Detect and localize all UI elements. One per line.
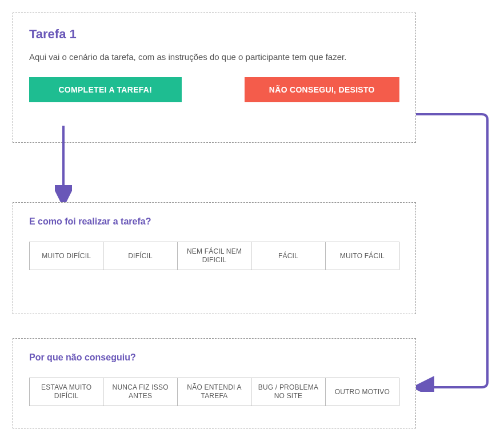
reason-panel: Por que não conseguiu? ESTAVA MUITO DIFÍ… xyxy=(13,338,416,428)
reason-option[interactable]: NÃO ENTENDI A TAREFA xyxy=(178,378,251,406)
reason-question: Por que não conseguiu? xyxy=(29,352,399,363)
arrow-giveup-to-reason xyxy=(416,112,496,392)
difficulty-option[interactable]: DIFÍCIL xyxy=(103,242,177,270)
difficulty-options: MUITO DIFÍCIL DIFÍCIL NEM FÁCIL NEM DIFI… xyxy=(29,242,399,270)
giveup-button[interactable]: NÃO CONSEGUI, DESISTO xyxy=(245,77,399,102)
reason-options: ESTAVA MUITO DIFÍCIL NUNCA FIZ ISSO ANTE… xyxy=(29,378,399,406)
task-panel: Tarefa 1 Aqui vai o cenário da tarefa, c… xyxy=(13,13,416,143)
difficulty-option[interactable]: NEM FÁCIL NEM DIFICIL xyxy=(178,242,251,270)
difficulty-question: E como foi realizar a tarefa? xyxy=(29,216,399,227)
complete-button[interactable]: COMPLETEI A TAREFA! xyxy=(29,77,182,102)
task-title: Tarefa 1 xyxy=(29,27,399,42)
difficulty-panel: E como foi realizar a tarefa? MUITO DIFÍ… xyxy=(13,202,416,314)
difficulty-option[interactable]: MUITO DIFÍCIL xyxy=(29,242,103,270)
reason-option[interactable]: OUTRO MOTIVO xyxy=(326,378,399,406)
task-description: Aqui vai o cenário da tarefa, com as ins… xyxy=(29,51,383,63)
difficulty-option[interactable]: MUITO FÁCIL xyxy=(326,242,399,270)
difficulty-option[interactable]: FÁCIL xyxy=(251,242,325,270)
task-button-row: COMPLETEI A TAREFA! NÃO CONSEGUI, DESIST… xyxy=(29,77,399,102)
reason-option[interactable]: ESTAVA MUITO DIFÍCIL xyxy=(29,378,103,406)
reason-option[interactable]: NUNCA FIZ ISSO ANTES xyxy=(103,378,177,406)
reason-option[interactable]: BUG / PROBLEMA NO SITE xyxy=(251,378,325,406)
